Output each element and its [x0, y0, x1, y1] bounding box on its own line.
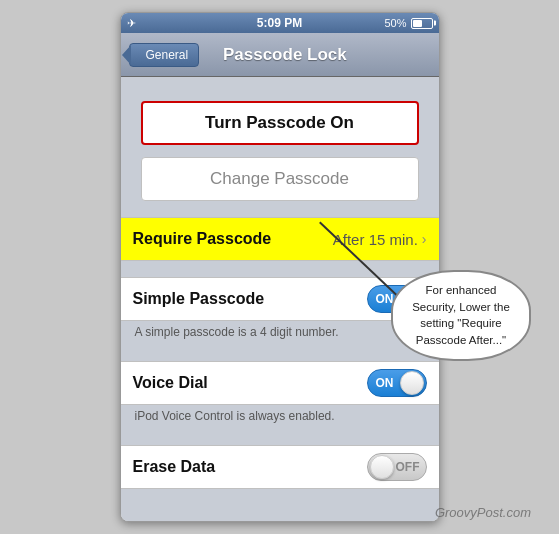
nav-bar: General Passcode Lock [121, 33, 439, 77]
annotation-callout: For enhanced Security, Lower the setting… [391, 270, 531, 361]
turn-passcode-on-label: Turn Passcode On [205, 113, 354, 133]
settings-content: Turn Passcode On Change Passcode Require… [121, 77, 439, 521]
back-button[interactable]: General [129, 43, 200, 67]
require-passcode-label: Require Passcode [133, 230, 272, 248]
status-bar: ✈ 5:09 PM 50% [121, 13, 439, 33]
status-time: 5:09 PM [257, 16, 302, 30]
erase-data-row: Erase Data OFF [121, 445, 439, 489]
airplane-icon: ✈ [127, 17, 136, 30]
simple-passcode-label: Simple Passcode [133, 290, 265, 308]
nav-title: Passcode Lock [199, 45, 370, 65]
erase-data-toggle-label: OFF [396, 460, 420, 474]
voice-dial-label: Voice Dial [133, 374, 208, 392]
require-passcode-row[interactable]: Require Passcode After 15 min. › [121, 217, 439, 261]
watermark: GroovyPost.com [435, 505, 531, 520]
back-button-label: General [146, 48, 189, 62]
require-passcode-value-container: After 15 min. › [333, 231, 427, 248]
battery-icon [411, 18, 433, 29]
chevron-right-icon: › [422, 231, 427, 247]
require-passcode-value: After 15 min. [333, 231, 418, 248]
voice-dial-toggle[interactable]: ON [367, 369, 427, 397]
phone-frame: ✈ 5:09 PM 50% General Passcode Lock [120, 12, 440, 522]
voice-dial-thumb [400, 371, 424, 395]
change-passcode-label: Change Passcode [210, 169, 349, 189]
battery-percentage: 50% [384, 17, 406, 29]
erase-data-toggle[interactable]: OFF [367, 453, 427, 481]
voice-dial-toggle-label: ON [376, 376, 394, 390]
erase-data-label: Erase Data [133, 458, 216, 476]
turn-passcode-on-row[interactable]: Turn Passcode On [141, 101, 419, 145]
change-passcode-row[interactable]: Change Passcode [141, 157, 419, 201]
callout-text: For enhanced Security, Lower the setting… [412, 284, 510, 346]
erase-data-thumb [370, 455, 394, 479]
voice-dial-subtext: iPod Voice Control is always enabled. [121, 405, 439, 429]
voice-dial-row: Voice Dial ON [121, 361, 439, 405]
